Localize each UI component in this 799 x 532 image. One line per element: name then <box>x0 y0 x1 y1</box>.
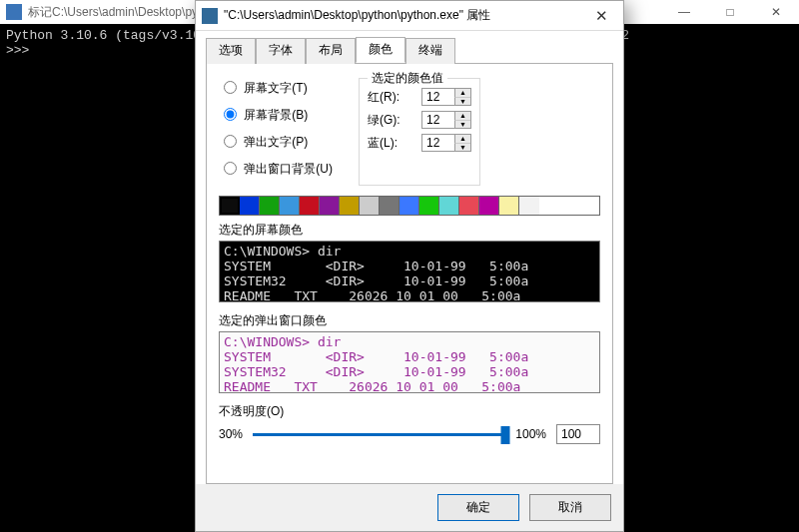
opacity-min-label: 30% <box>219 427 243 441</box>
blue-up[interactable]: ▲ <box>454 135 470 144</box>
color-swatch[interactable] <box>419 197 439 215</box>
red-label: 红(R): <box>368 89 413 106</box>
popup-preview: C:\WINDOWS> dir SYSTEM <DIR> 10-01-99 5:… <box>219 331 600 393</box>
tab-font[interactable]: 字体 <box>256 38 306 64</box>
color-swatch[interactable] <box>400 197 419 215</box>
preview-line: README TXT 26026 10 01 00 5:00a <box>224 379 520 393</box>
dialog-title: "C:\Users\admin\Desktop\python\python.ex… <box>218 7 579 24</box>
popup-preview-label: 选定的弹出窗口颜色 <box>219 312 600 329</box>
opacity-slider-thumb[interactable] <box>501 426 510 444</box>
red-up[interactable]: ▲ <box>454 89 470 98</box>
blue-input[interactable] <box>422 135 454 151</box>
radio-screen-text[interactable]: 屏幕文字(T) <box>219 78 333 97</box>
color-swatch[interactable] <box>220 197 240 215</box>
preview-line: SYSTEM <DIR> 10-01-99 5:00a <box>224 349 528 364</box>
color-swatch[interactable] <box>499 197 519 215</box>
screen-preview: C:\WINDOWS> dir SYSTEM <DIR> 10-01-99 5:… <box>219 241 600 302</box>
green-input[interactable] <box>422 112 454 128</box>
color-swatches <box>219 196 600 216</box>
console-app-icon <box>6 4 22 20</box>
tab-page-colors: 屏幕文字(T) 屏幕背景(B) 弹出文字(P) 弹出窗口背景(U) 选定的颜色值 <box>206 63 613 484</box>
radio-screen-bg[interactable]: 屏幕背景(B) <box>219 105 333 124</box>
console-prompt: >>> <box>6 43 29 58</box>
green-up[interactable]: ▲ <box>454 112 470 121</box>
properties-dialog: "C:\Users\admin\Desktop\python\python.ex… <box>195 0 624 532</box>
preview-line: README TXT 26026 10 01 00 5:00a <box>224 288 520 302</box>
radio-popup-text[interactable]: 弹出文字(P) <box>219 132 333 151</box>
color-swatch[interactable] <box>439 197 459 215</box>
dialog-titlebar: "C:\Users\admin\Desktop\python\python.ex… <box>196 1 623 31</box>
preview-line: SYSTEM32 <DIR> 10-01-99 5:00a <box>224 273 528 288</box>
color-values-group: 选定的颜色值 红(R): ▲▼ 绿(G): ▲▼ 蓝(L): <box>359 78 480 186</box>
radio-screen-text-label: 屏幕文字(T) <box>244 81 307 95</box>
radio-popup-bg-input[interactable] <box>224 162 237 175</box>
tab-layout[interactable]: 布局 <box>306 38 356 64</box>
green-spinner[interactable]: ▲▼ <box>421 111 471 129</box>
color-swatch[interactable] <box>280 197 300 215</box>
color-swatch[interactable] <box>360 197 380 215</box>
preview-line: SYSTEM <DIR> 10-01-99 5:00a <box>224 259 528 273</box>
minimize-button[interactable]: — <box>661 0 707 24</box>
red-spinner[interactable]: ▲▼ <box>421 88 471 106</box>
color-swatch[interactable] <box>320 197 340 215</box>
python-icon <box>202 8 218 24</box>
red-input[interactable] <box>422 89 454 105</box>
opacity-slider[interactable] <box>253 433 505 436</box>
opacity-row: 30% 100% <box>219 424 600 444</box>
tab-terminal[interactable]: 终端 <box>405 38 455 64</box>
color-swatch[interactable] <box>340 197 360 215</box>
radio-screen-bg-label: 屏幕背景(B) <box>244 108 308 122</box>
radio-screen-bg-input[interactable] <box>224 108 237 121</box>
radio-popup-text-label: 弹出文字(P) <box>244 135 308 149</box>
color-swatch[interactable] <box>260 197 280 215</box>
green-label: 绿(G): <box>368 112 413 129</box>
color-swatch[interactable] <box>459 197 479 215</box>
opacity-input[interactable] <box>556 424 600 444</box>
dialog-close-button[interactable]: ✕ <box>579 1 623 31</box>
blue-down[interactable]: ▼ <box>454 144 470 152</box>
maximize-button[interactable]: □ <box>707 0 753 24</box>
radio-popup-text-input[interactable] <box>224 135 237 148</box>
color-target-radios: 屏幕文字(T) 屏幕背景(B) 弹出文字(P) 弹出窗口背景(U) <box>219 78 333 186</box>
red-down[interactable]: ▼ <box>454 98 470 106</box>
screen-preview-label: 选定的屏幕颜色 <box>219 222 600 239</box>
color-swatch[interactable] <box>240 197 260 215</box>
radio-popup-bg[interactable]: 弹出窗口背景(U) <box>219 159 333 178</box>
color-swatch[interactable] <box>380 197 400 215</box>
dialog-tabs: 选项 字体 布局 颜色 终端 <box>196 31 623 63</box>
preview-line: C:\WINDOWS> dir <box>224 334 341 349</box>
green-down[interactable]: ▼ <box>454 121 470 129</box>
color-swatch[interactable] <box>300 197 320 215</box>
color-swatch[interactable] <box>519 197 539 215</box>
blue-label: 蓝(L): <box>368 135 413 152</box>
radio-screen-text-input[interactable] <box>224 81 237 94</box>
radio-popup-bg-label: 弹出窗口背景(U) <box>244 162 333 176</box>
color-swatch[interactable] <box>479 197 499 215</box>
preview-line: C:\WINDOWS> dir <box>224 244 341 259</box>
close-button[interactable]: ✕ <box>753 0 799 24</box>
opacity-label: 不透明度(O) <box>219 403 600 420</box>
blue-spinner[interactable]: ▲▼ <box>421 134 471 152</box>
dialog-button-row: 确定 取消 <box>196 484 623 531</box>
tab-options[interactable]: 选项 <box>206 38 256 64</box>
preview-line: SYSTEM32 <DIR> 10-01-99 5:00a <box>224 364 528 379</box>
ok-button[interactable]: 确定 <box>437 494 519 521</box>
tab-colors[interactable]: 颜色 <box>356 37 405 63</box>
cancel-button[interactable]: 取消 <box>529 494 611 521</box>
opacity-max-label: 100% <box>515 427 546 441</box>
color-values-legend: 选定的颜色值 <box>368 70 447 87</box>
